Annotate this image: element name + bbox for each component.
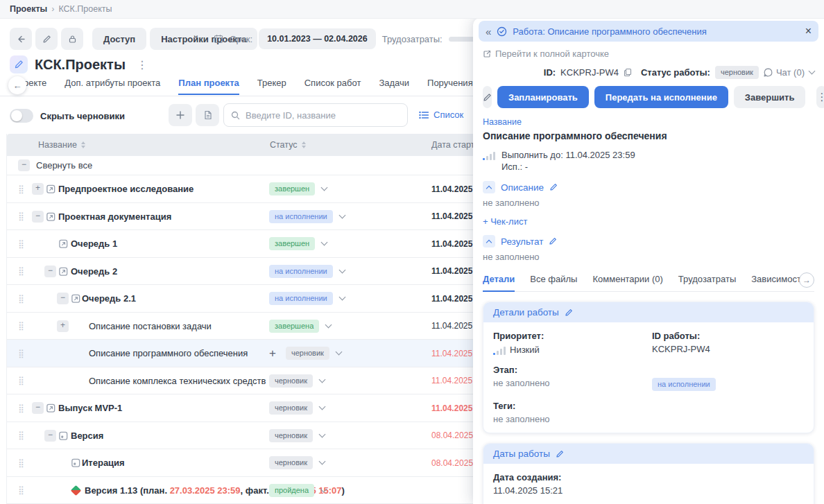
- status-chevron-icon[interactable]: [338, 211, 345, 218]
- edit-details-icon[interactable]: [565, 309, 573, 317]
- lock-button[interactable]: [61, 28, 83, 50]
- panel-tab[interactable]: Зависимости: [751, 268, 806, 291]
- edit-project-button[interactable]: [35, 28, 58, 50]
- main-tab[interactable]: Поручения: [427, 78, 473, 95]
- tabs-scroll-right-button[interactable]: →: [799, 272, 814, 288]
- close-panel-icon[interactable]: ×: [805, 26, 812, 37]
- status-badge[interactable]: черновик: [269, 374, 313, 388]
- edit-work-button[interactable]: [483, 86, 492, 108]
- chat-chevron-icon[interactable]: [809, 68, 816, 75]
- status-chevron-icon[interactable]: [321, 184, 328, 191]
- back-button[interactable]: [10, 28, 32, 50]
- hide-drafts-toggle[interactable]: [10, 109, 33, 123]
- status-chevron-icon[interactable]: [325, 321, 332, 328]
- panel-tab[interactable]: Комментарии (0): [592, 268, 662, 291]
- collapse-section-icon[interactable]: [483, 235, 495, 247]
- search-input[interactable]: [246, 110, 400, 121]
- main-tab[interactable]: Список работ: [304, 78, 361, 95]
- main-tab[interactable]: Трекер: [257, 78, 286, 95]
- status-badge[interactable]: на исполнении: [269, 292, 333, 305]
- status-badge[interactable]: завершен: [269, 182, 315, 195]
- copy-icon[interactable]: [624, 68, 632, 77]
- drag-handle-icon[interactable]: ⣿: [18, 367, 24, 395]
- status-chevron-icon[interactable]: [319, 431, 326, 437]
- expand-panel-icon[interactable]: «: [486, 26, 491, 37]
- main-tab[interactable]: План проекта: [178, 78, 239, 95]
- row-name[interactable]: Версия: [71, 431, 103, 441]
- add-checklist-link[interactable]: + Чек-лист: [483, 216, 814, 227]
- collapse-row-button[interactable]: −: [44, 266, 56, 277]
- status-chevron-icon[interactable]: [319, 458, 326, 465]
- more-actions-button[interactable]: ⋮: [816, 86, 824, 108]
- status-badge[interactable]: завершен: [269, 237, 315, 250]
- main-tab[interactable]: Задачи: [379, 78, 409, 95]
- status-badge[interactable]: черновик: [269, 429, 313, 442]
- edit-dates-icon[interactable]: [556, 450, 564, 458]
- drag-handle-icon[interactable]: ⣿: [18, 175, 24, 203]
- main-tab[interactable]: оекте: [24, 78, 46, 95]
- column-header-startdate[interactable]: Дата старта: [431, 134, 479, 156]
- collapse-section-icon[interactable]: [483, 181, 495, 193]
- status-chevron-icon[interactable]: [338, 266, 345, 273]
- add-row-button[interactable]: [169, 104, 192, 126]
- status-badge[interactable]: черновик: [269, 456, 313, 469]
- add-child-work-button[interactable]: +: [269, 347, 276, 360]
- row-name[interactable]: Итерация: [82, 458, 125, 468]
- status-badge[interactable]: черновик: [269, 401, 313, 415]
- edit-result-icon[interactable]: [549, 237, 557, 245]
- drag-handle-icon[interactable]: ⣿: [18, 340, 24, 367]
- plan-button[interactable]: Запланировать: [497, 86, 589, 108]
- row-name[interactable]: Выпуск MVP-1: [58, 403, 122, 413]
- main-tab[interactable]: Доп. атрибуты проекта: [65, 78, 160, 95]
- term-value-badge[interactable]: 10.01.2023 — 02.04.2026: [259, 28, 376, 49]
- status-chevron-icon[interactable]: [321, 239, 328, 246]
- status-chevron-icon[interactable]: [335, 349, 342, 356]
- column-header-status[interactable]: Статус: [270, 134, 306, 156]
- status-chevron-icon[interactable]: [319, 403, 326, 410]
- collapse-row-button[interactable]: −: [57, 293, 69, 304]
- view-switcher[interactable]: Список: [419, 110, 463, 120]
- row-name[interactable]: Очередь 2: [71, 266, 117, 277]
- status-chevron-icon[interactable]: [320, 485, 327, 492]
- row-name[interactable]: Очередь 2.1: [82, 293, 136, 304]
- drag-handle-icon[interactable]: ⣿: [18, 258, 24, 286]
- collapse-row-button[interactable]: −: [32, 402, 44, 414]
- description-section-header[interactable]: Описание: [483, 181, 814, 193]
- result-section-header[interactable]: Результат: [483, 235, 814, 247]
- row-name[interactable]: Очередь 1: [71, 238, 117, 249]
- open-full-card-link[interactable]: Перейти к полной карточке: [483, 49, 814, 59]
- row-name[interactable]: Описание постановки задачи: [89, 321, 212, 331]
- status-badge[interactable]: завершена: [269, 320, 319, 333]
- work-status-badge[interactable]: черновик: [715, 66, 759, 79]
- row-name[interactable]: Описание комплекса технических средств: [89, 376, 266, 386]
- collapse-all-icon[interactable]: −: [18, 159, 30, 171]
- status-badge[interactable]: на исполнении: [269, 210, 333, 223]
- drag-handle-icon[interactable]: ⣿: [18, 313, 24, 340]
- title-menu-button[interactable]: ⋮: [132, 58, 152, 71]
- drag-handle-icon[interactable]: ⣿: [18, 394, 24, 422]
- access-button[interactable]: Доступ: [92, 28, 146, 50]
- finish-button[interactable]: Завершить: [734, 86, 806, 108]
- status-chevron-icon[interactable]: [319, 376, 326, 383]
- status-chevron-icon[interactable]: [338, 294, 345, 301]
- status-badge[interactable]: черновик: [286, 347, 329, 360]
- panel-tab[interactable]: Трудозатраты: [678, 268, 736, 291]
- drag-handle-icon[interactable]: ⣿: [18, 203, 24, 231]
- drag-handle-icon[interactable]: ⣿: [18, 285, 24, 313]
- edit-description-icon[interactable]: [549, 183, 558, 191]
- breadcrumb-item-projects[interactable]: Проекты: [10, 4, 47, 14]
- drag-handle-icon[interactable]: ⣿: [18, 449, 24, 477]
- row-name[interactable]: Предпроектное исследование: [58, 184, 194, 194]
- panel-tab[interactable]: Все файлы: [530, 268, 577, 291]
- column-header-name[interactable]: Название: [38, 134, 85, 156]
- row-name[interactable]: Описание программного обеспечения: [89, 348, 248, 358]
- status-badge[interactable]: пройдена: [269, 484, 314, 497]
- import-document-button[interactable]: [196, 104, 219, 126]
- drag-handle-icon[interactable]: ⣿: [18, 477, 24, 504]
- expand-row-button[interactable]: +: [32, 183, 44, 195]
- expand-row-button[interactable]: +: [57, 320, 69, 332]
- panel-tab[interactable]: Детали: [483, 268, 515, 292]
- tabs-scroll-left-button[interactable]: ←: [8, 76, 26, 94]
- collapse-row-button[interactable]: −: [32, 211, 44, 223]
- drag-handle-icon[interactable]: ⣿: [18, 422, 24, 450]
